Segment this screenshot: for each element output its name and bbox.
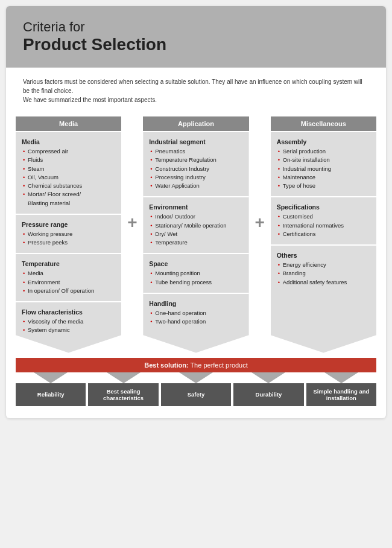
list-item: Fluids (23, 156, 115, 164)
list-item: On-site installation (278, 156, 370, 164)
best-solution-label-bold: Best solution: (144, 362, 188, 369)
column-miscellaneous-header: Miscellaneous (271, 116, 376, 131)
badge-sealing-arrow (107, 372, 141, 383)
list-item: International normatives (278, 221, 370, 230)
column-application: Application Industrial segment Pneumatic… (143, 116, 248, 353)
application-section-environment: Environment Indoor/ Outdoor Stationary/ … (143, 197, 248, 254)
media-section-pressure: Pressure range Working pressure Pressure… (16, 215, 121, 255)
bottom-badges: Reliability Best sealing characteristics… (6, 372, 386, 406)
best-solution-bar: Best solution: The perfect product (16, 358, 376, 372)
plus-icon-1: + (121, 116, 143, 353)
list-item: Certifications (278, 230, 370, 238)
list-item: Indoor/ Outdoor (150, 212, 242, 221)
list-item: Processing Industry (150, 173, 242, 182)
badge-reliability: Reliability (16, 372, 86, 406)
application-section-space-title: Space (149, 260, 242, 267)
list-item: Temperature (150, 238, 242, 247)
list-item: Mounting position (150, 269, 242, 278)
badge-safety: Safety (161, 372, 231, 406)
application-section-industrial-list: Pneumatics Temperature Regulation Constr… (149, 147, 242, 190)
misc-section-assembly-list: Serial production On-site installation I… (277, 147, 370, 190)
column-miscellaneous: Miscellaneous Assembly Serial production… (271, 116, 376, 353)
list-item: Energy efficiency (278, 261, 370, 269)
list-item: Type of hose (278, 182, 370, 190)
title-line2: Product Selection (23, 35, 369, 54)
application-section-industrial-title: Industrial segment (149, 138, 242, 145)
list-item: Tube bending process (150, 278, 242, 287)
page: Criteria for Product Selection Various f… (6, 6, 386, 418)
column-media-body: Media Compressed air Fluids Steam Oil, V… (16, 132, 121, 353)
list-item: Media (23, 269, 115, 278)
application-section-space: Space Mounting position Tube bending pro… (143, 254, 248, 294)
list-item: Construction Industry (150, 165, 242, 173)
application-section-industrial: Industrial segment Pneumatics Temperatur… (143, 132, 248, 197)
list-item: Chemical substances (23, 182, 115, 190)
badge-sealing: Best sealing characteristics (88, 372, 158, 406)
column-media-header: Media (16, 116, 121, 131)
list-item: Viscosity of the media (23, 317, 115, 326)
list-item: Oil, Vacuum (23, 173, 115, 182)
misc-section-others-list: Energy efficiency Branding Additional sa… (277, 261, 370, 287)
application-section-handling-list: One-hand operation Two-hand operation (149, 309, 242, 327)
badge-handling: Simple handling and installation (306, 372, 376, 406)
media-section-flow: Flow characteristics Viscosity of the me… (16, 302, 121, 341)
media-section-media-list: Compressed air Fluids Steam Oil, Vacuum … (22, 147, 115, 208)
badge-handling-label: Simple handling and installation (306, 383, 376, 406)
badge-durability-arrow (251, 372, 285, 383)
misc-section-specifications-list: Customised International normatives Cert… (277, 212, 370, 238)
badge-handling-arrow (324, 372, 358, 383)
badge-durability: Durability (233, 372, 303, 406)
title-line1: Criteria for (23, 19, 369, 35)
best-solution-label-normal: The perfect product (189, 362, 248, 369)
list-item: Environment (23, 278, 115, 287)
misc-section-others: Others Energy efficiency Branding Additi… (271, 246, 376, 293)
misc-section-others-title: Others (277, 252, 370, 259)
list-item: Pressure peeks (23, 238, 115, 247)
column-miscellaneous-body: Assembly Serial production On-site insta… (271, 132, 376, 353)
badge-reliability-label: Reliability (16, 383, 86, 406)
column-application-header: Application (143, 116, 248, 131)
intro-text: Various factors must be considered when … (6, 68, 386, 109)
list-item: Maintenance (278, 173, 370, 182)
list-item: Water Application (150, 182, 242, 190)
list-item: Serial production (278, 147, 370, 156)
misc-section-assembly-title: Assembly (277, 138, 370, 145)
list-item: Compressed air (23, 147, 115, 156)
badge-reliability-arrow (34, 372, 68, 383)
list-item: Working pressure (23, 230, 115, 238)
badge-durability-label: Durability (233, 383, 303, 406)
list-item: Pneumatics (150, 147, 242, 156)
media-section-flow-title: Flow characteristics (22, 308, 115, 316)
application-section-handling: Handling One-hand operation Two-hand ope… (143, 294, 248, 333)
media-section-temperature-title: Temperature (22, 260, 115, 267)
media-section-temperature: Temperature Media Environment In operati… (16, 254, 121, 302)
badge-safety-label: Safety (161, 383, 231, 406)
media-section-temperature-list: Media Environment In operation/ Off oper… (22, 269, 115, 295)
list-item: In operation/ Off operation (23, 287, 115, 295)
badge-safety-arrow (179, 372, 213, 383)
list-item: Customised (278, 212, 370, 221)
plus-icon-2: + (249, 116, 271, 353)
misc-section-specifications: Specifications Customised International … (271, 197, 376, 246)
list-item: Temperature Regulation (150, 156, 242, 164)
header-band: Criteria for Product Selection (6, 6, 386, 68)
columns-area: Media Media Compressed air Fluids Steam … (6, 109, 386, 353)
media-section-media: Media Compressed air Fluids Steam Oil, V… (16, 132, 121, 215)
media-section-media-title: Media (22, 138, 115, 145)
list-item: Dry/ Wet (150, 230, 242, 238)
misc-section-specifications-title: Specifications (277, 203, 370, 211)
media-section-pressure-list: Working pressure Pressure peeks (22, 230, 115, 247)
list-item: Steam (23, 165, 115, 173)
list-item: Stationary/ Mobile operation (150, 221, 242, 230)
media-section-flow-list: Viscosity of the media System dynamic (22, 317, 115, 335)
column-application-body: Industrial segment Pneumatics Temperatur… (143, 132, 248, 353)
list-item: Branding (278, 269, 370, 278)
media-section-pressure-title: Pressure range (22, 221, 115, 228)
list-item: One-hand operation (150, 309, 242, 317)
column-media: Media Media Compressed air Fluids Steam … (16, 116, 121, 353)
application-section-environment-title: Environment (149, 203, 242, 211)
list-item: Mortar/ Floor screed/Blasting material (23, 190, 115, 208)
list-item: Additional safety features (278, 278, 370, 287)
application-section-space-list: Mounting position Tube bending process (149, 269, 242, 287)
badge-sealing-label: Best sealing characteristics (88, 383, 158, 406)
